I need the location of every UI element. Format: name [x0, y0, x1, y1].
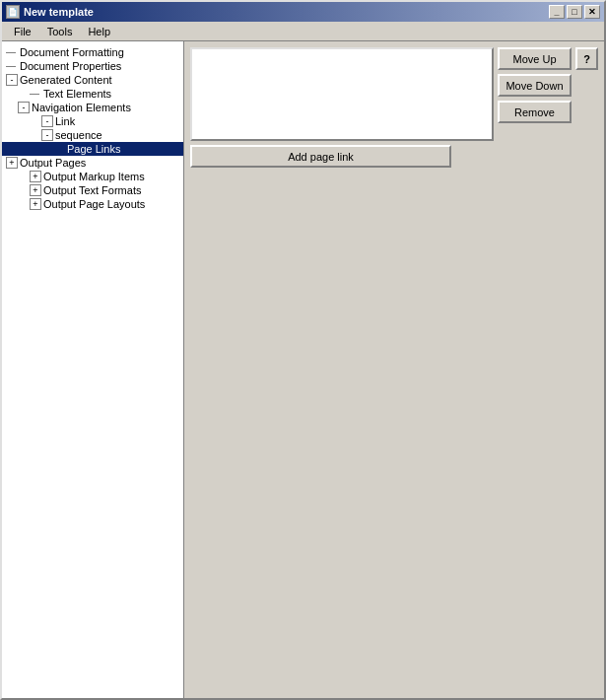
sidebar-item-navigation-elements[interactable]: - Navigation Elements	[2, 101, 183, 114]
sidebar-item-label: Text Elements	[43, 88, 111, 100]
sidebar-item-text-elements[interactable]: Text Elements	[2, 87, 183, 101]
add-page-link-button[interactable]: Add page link	[190, 145, 451, 168]
sidebar-item-label: sequence	[55, 129, 102, 141]
dash-icon	[6, 52, 16, 53]
move-down-button[interactable]: Move Down	[498, 74, 572, 97]
sidebar-item-label: Document Formatting	[20, 46, 124, 58]
sidebar-item-sequence[interactable]: - sequence	[2, 128, 183, 142]
window-title: New template	[24, 6, 94, 18]
expand-icon[interactable]: +	[6, 157, 18, 169]
expand-icon[interactable]: +	[30, 171, 41, 182]
sidebar-item-label: Output Markup Items	[43, 171, 145, 182]
sidebar-item-label: Generated Content	[20, 74, 112, 86]
menu-file[interactable]: File	[6, 24, 39, 39]
sidebar-item-link[interactable]: - Link	[2, 114, 183, 128]
menu-bar: File Tools Help	[2, 22, 604, 41]
title-bar: 📄 New template _ □ ✕	[2, 2, 604, 22]
sidebar-item-output-markup-items[interactable]: + Output Markup Items	[2, 170, 183, 183]
sidebar-item-label: Page Links	[67, 143, 120, 155]
maximize-button[interactable]: □	[567, 5, 582, 19]
remove-button[interactable]: Remove	[498, 101, 572, 123]
sidebar-tree: Document Formatting Document Properties …	[2, 41, 184, 698]
sidebar-item-doc-properties[interactable]: Document Properties	[2, 59, 183, 73]
sidebar-item-output-text-formats[interactable]: + Output Text Formats	[2, 183, 183, 197]
collapse-icon[interactable]: -	[41, 129, 53, 141]
main-window: 📄 New template _ □ ✕ File Tools Help Doc…	[0, 0, 606, 700]
collapse-icon[interactable]: -	[6, 74, 18, 86]
menu-tools[interactable]: Tools	[39, 24, 81, 39]
collapse-icon[interactable]: -	[41, 115, 53, 127]
sidebar-item-output-page-layouts[interactable]: + Output Page Layouts	[2, 197, 183, 211]
add-link-row: Add page link	[190, 145, 598, 168]
expand-icon[interactable]: +	[30, 198, 41, 210]
minimize-button[interactable]: _	[549, 5, 565, 19]
expand-icon[interactable]: +	[30, 184, 41, 196]
sidebar-item-page-links[interactable]: Page Links	[2, 142, 183, 156]
bottom-area	[190, 172, 598, 692]
sidebar-item-doc-formatting[interactable]: Document Formatting	[2, 45, 183, 59]
close-button[interactable]: ✕	[584, 5, 600, 19]
top-section: Move Up ? Move Down Remove	[190, 47, 598, 141]
content-area: Document Formatting Document Properties …	[2, 41, 604, 698]
sidebar-item-label: Link	[55, 115, 75, 127]
collapse-icon[interactable]: -	[18, 102, 30, 113]
button-group: Move Up ? Move Down Remove	[498, 47, 598, 123]
sidebar-item-label: Output Pages	[20, 157, 86, 169]
sidebar-item-output-pages[interactable]: + Output Pages	[2, 156, 183, 170]
sidebar-item-generated-content[interactable]: - Generated Content	[2, 73, 183, 87]
top-buttons-row: Move Up ?	[498, 47, 598, 70]
move-up-button[interactable]: Move Up	[498, 47, 572, 70]
dash-icon	[6, 66, 16, 67]
dash-icon	[30, 94, 39, 95]
main-panel: Move Up ? Move Down Remove Add page link	[184, 41, 604, 698]
window-icon: 📄	[6, 5, 20, 19]
sidebar-item-label: Navigation Elements	[32, 102, 131, 113]
sidebar-item-label: Output Page Layouts	[43, 198, 145, 210]
help-button[interactable]: ?	[575, 47, 598, 70]
title-bar-buttons: _ □ ✕	[549, 5, 600, 19]
sidebar-item-label: Document Properties	[20, 60, 121, 72]
sidebar-item-label: Output Text Formats	[43, 184, 141, 196]
menu-help[interactable]: Help	[80, 24, 118, 39]
title-bar-left: 📄 New template	[6, 5, 94, 19]
page-links-list[interactable]	[190, 47, 494, 141]
